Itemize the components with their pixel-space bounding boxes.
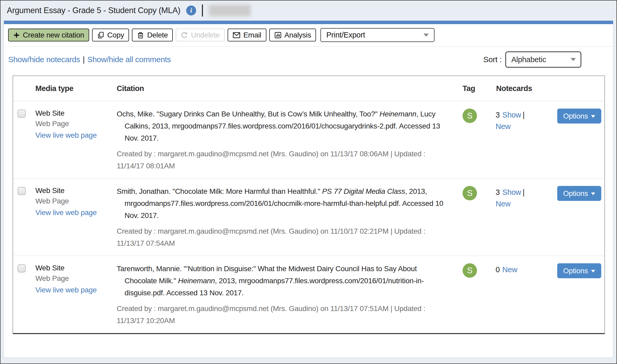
title-bar: Argument Essay - Grade 5 - Student Copy … bbox=[1, 1, 616, 20]
options-button[interactable]: Options bbox=[557, 263, 601, 278]
options-button[interactable]: Options bbox=[557, 109, 601, 124]
options-button[interactable]: Options bbox=[557, 186, 601, 201]
header-media-type: Media type bbox=[35, 84, 117, 93]
media-subtype: Web Page bbox=[35, 196, 117, 206]
row-checkbox[interactable] bbox=[18, 187, 26, 195]
info-icon[interactable]: i bbox=[186, 6, 196, 15]
notecards-show-link[interactable]: Show bbox=[502, 188, 521, 196]
app-window: Argument Essay - Grade 5 - Student Copy … bbox=[0, 0, 617, 364]
citation-text: Smith, Jonathan. "Chocolate Milk: More H… bbox=[117, 185, 444, 222]
media-type: Web Site bbox=[35, 263, 117, 273]
sub-toolbar: Show/hide notecards|Show/hide all commen… bbox=[4, 47, 613, 74]
tag-badge[interactable]: S bbox=[463, 109, 477, 123]
toggle-links: Show/hide notecards|Show/hide all commen… bbox=[8, 55, 171, 64]
tag-badge[interactable]: S bbox=[463, 186, 477, 200]
media-subtype: Web Page bbox=[35, 273, 117, 284]
citation-meta: Created by : margaret.m.gaudino@mcpsmd.n… bbox=[117, 225, 443, 249]
notecard-count: 0 bbox=[496, 265, 500, 274]
header-notecards: Notecards bbox=[496, 84, 557, 93]
header-tag: Tag bbox=[456, 84, 496, 93]
sort-group: Sort : Alphabetic bbox=[483, 51, 581, 68]
copy-icon bbox=[97, 31, 104, 39]
notecard-count: 3 bbox=[496, 188, 500, 196]
redacted-username bbox=[209, 5, 251, 16]
show-hide-comments-link[interactable]: Show/hide all comments bbox=[87, 55, 171, 64]
print-export-dropdown[interactable]: Print/Export bbox=[320, 28, 434, 42]
chevron-down-icon bbox=[571, 58, 576, 61]
notecard-count: 3 bbox=[496, 111, 500, 119]
accent-bar bbox=[4, 21, 613, 24]
undo-refresh-icon bbox=[181, 31, 188, 39]
notecards-show-link[interactable]: Show bbox=[502, 111, 521, 119]
citations-table: Media type Citation Tag Notecards Web Si… bbox=[13, 76, 605, 334]
main-content: Create new citation Copy Delete Undelete… bbox=[4, 20, 613, 358]
row-checkbox[interactable] bbox=[18, 264, 26, 272]
media-type: Web Site bbox=[35, 185, 117, 196]
sort-label: Sort : bbox=[483, 55, 502, 64]
table-row: Web Site Web Page View live web page Tar… bbox=[13, 256, 604, 333]
delete-button[interactable]: Delete bbox=[132, 29, 173, 41]
row-checkbox[interactable] bbox=[18, 110, 26, 118]
create-new-citation-button[interactable]: Create new citation bbox=[8, 29, 89, 41]
caret-down-icon bbox=[591, 192, 595, 195]
notecards-new-link[interactable]: New bbox=[496, 200, 511, 208]
view-live-web-page-link[interactable]: View live web page bbox=[35, 130, 97, 141]
email-button[interactable]: Email bbox=[228, 29, 266, 41]
toolbar: Create new citation Copy Delete Undelete… bbox=[4, 24, 613, 47]
citation-meta: Created by : margaret.m.gaudino@mcpsmd.n… bbox=[117, 303, 443, 327]
citation-meta: Created by : margaret.m.gaudino@mcpsmd.n… bbox=[117, 148, 443, 172]
plus-icon bbox=[13, 32, 20, 39]
email-icon bbox=[233, 31, 240, 39]
caret-down-icon bbox=[591, 270, 595, 272]
trash-icon bbox=[137, 31, 144, 39]
table-header: Media type Citation Tag Notecards bbox=[13, 76, 604, 101]
notecards-new-link[interactable]: New bbox=[496, 122, 511, 131]
notecards-new-link[interactable]: New bbox=[502, 265, 517, 274]
show-hide-notecards-link[interactable]: Show/hide notecards bbox=[8, 55, 80, 64]
citation-text: Tarenworth, Mannie. "’Nutrition in Disgu… bbox=[117, 263, 444, 299]
page-title: Argument Essay - Grade 5 - Student Copy … bbox=[7, 6, 180, 15]
header-citation: Citation bbox=[117, 84, 456, 93]
caret-down-icon bbox=[591, 115, 595, 118]
table-row: Web Site Web Page View live web page Smi… bbox=[13, 179, 604, 256]
chevron-down-icon bbox=[423, 34, 429, 37]
copy-button[interactable]: Copy bbox=[92, 29, 129, 41]
media-subtype: Web Page bbox=[35, 119, 117, 129]
sort-dropdown[interactable]: Alphabetic bbox=[505, 51, 581, 68]
undelete-button[interactable]: Undelete bbox=[176, 29, 225, 41]
bar-chart-icon bbox=[274, 31, 282, 39]
media-type: Web Site bbox=[35, 108, 117, 119]
title-divider bbox=[202, 4, 203, 17]
table-row: Web Site Web Page View live web page Och… bbox=[13, 101, 604, 179]
tag-badge[interactable]: S bbox=[463, 263, 477, 278]
view-live-web-page-link[interactable]: View live web page bbox=[35, 207, 97, 218]
citation-text: Ochs, Mike. "Sugary Drinks Can Be Unheal… bbox=[117, 108, 444, 144]
view-live-web-page-link[interactable]: View live web page bbox=[35, 285, 97, 295]
analysis-button[interactable]: Analysis bbox=[269, 29, 316, 41]
